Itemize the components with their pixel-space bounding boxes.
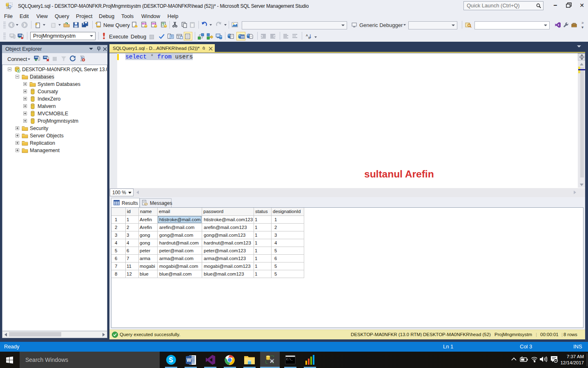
svg-text:A: A — [306, 34, 308, 37]
svg-text:DMX: DMX — [151, 22, 156, 25]
svg-text:LA: LA — [162, 24, 165, 26]
svg-text:W: W — [187, 357, 192, 363]
svg-text:C:\_: C:\_ — [286, 358, 293, 361]
svg-text:MDX: MDX — [142, 22, 147, 25]
